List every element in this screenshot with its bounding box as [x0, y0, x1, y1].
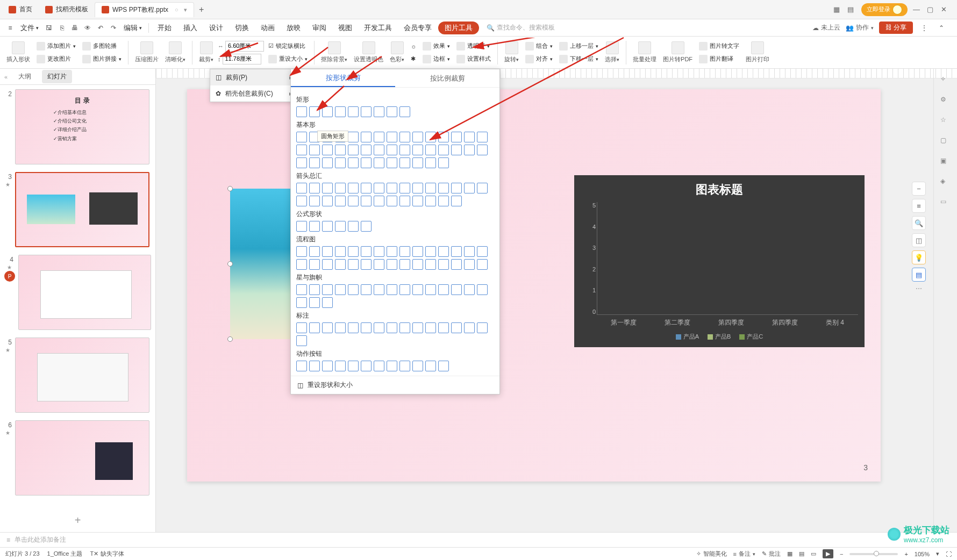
menu-start[interactable]: 开始: [152, 21, 177, 35]
shape-option[interactable]: [412, 361, 423, 371]
shape-option[interactable]: [374, 106, 384, 117]
shape-option[interactable]: [361, 183, 372, 193]
shape-option[interactable]: [425, 284, 436, 295]
slide-thumb-4[interactable]: 4★P: [4, 255, 151, 330]
menu-insert[interactable]: 插入: [178, 21, 203, 35]
ribbon-reset-size[interactable]: 重设大小▾: [266, 53, 310, 65]
shape-option[interactable]: [335, 221, 346, 232]
shape-option[interactable]: [464, 183, 475, 193]
zoom-value[interactable]: 105%: [915, 551, 930, 557]
ribbon-color[interactable]: 色彩▾: [388, 41, 406, 63]
shape-option[interactable]: [438, 132, 449, 142]
shape-option[interactable]: [309, 361, 320, 371]
login-button[interactable]: 立即登录: [861, 3, 908, 16]
shape-option[interactable]: [309, 106, 320, 117]
shape-option[interactable]: [335, 157, 346, 168]
shape-option[interactable]: [412, 132, 423, 142]
shape-option[interactable]: [387, 132, 397, 142]
slide-thumb-2[interactable]: 2 目 录✓介绍基本信息✓介绍公司文化✓详细介绍产品✓营销方案: [4, 89, 151, 164]
menu-devtools[interactable]: 开发工具: [359, 21, 397, 35]
shape-option[interactable]: [464, 246, 475, 257]
view-normal-icon[interactable]: ▦: [787, 550, 792, 557]
ribbon-transparency[interactable]: 透明度▾: [454, 40, 493, 52]
zoom-out-button[interactable]: −: [840, 551, 843, 557]
shape-option[interactable]: [348, 361, 359, 371]
shape-option[interactable]: [296, 157, 307, 168]
shape-option[interactable]: [412, 322, 423, 333]
tab-templates[interactable]: 找稻壳模板: [39, 2, 95, 17]
shape-option[interactable]: [335, 246, 346, 257]
shape-option[interactable]: [451, 259, 462, 270]
tab-slides[interactable]: 幻灯片: [42, 70, 72, 83]
ribbon-compress[interactable]: 压缩图片: [133, 41, 161, 63]
save-icon[interactable]: 🖫: [43, 22, 55, 34]
shape-option[interactable]: [322, 221, 333, 232]
shape-option[interactable]: [322, 157, 333, 168]
notes-button[interactable]: ≡备注▾: [733, 550, 755, 558]
shape-option[interactable]: [322, 196, 333, 206]
preview-icon[interactable]: 👁: [82, 22, 94, 34]
status-missing-font[interactable]: T✕缺失字体: [90, 550, 124, 558]
shape-option[interactable]: [309, 145, 320, 155]
redo-icon[interactable]: ↷: [108, 22, 119, 34]
shape-option[interactable]: [451, 246, 462, 257]
shape-option[interactable]: [361, 157, 372, 168]
more-icon[interactable]: ⋮: [918, 22, 930, 34]
shape-option[interactable]: [296, 361, 307, 371]
shape-option[interactable]: [309, 284, 320, 295]
shape-option[interactable]: [322, 297, 333, 308]
book-icon[interactable]: ▭: [940, 198, 951, 209]
shape-option[interactable]: [348, 259, 359, 270]
ribbon-border[interactable]: 边框▾: [420, 53, 452, 65]
shape-option[interactable]: [348, 106, 359, 117]
thumbnail-list[interactable]: 2 目 录✓介绍基本信息✓介绍公司文化✓详细介绍产品✓营销方案 3★ 4★P 5…: [0, 85, 155, 509]
menu-view[interactable]: 视图: [333, 21, 358, 35]
ribbon-remove-bg[interactable]: 抠除背景▾: [319, 41, 349, 63]
tab-document[interactable]: WPS PPT教程.pptx ○ ▾: [95, 2, 194, 17]
shape-option[interactable]: [477, 284, 488, 295]
shield-icon[interactable]: ◈: [940, 177, 951, 188]
shape-option[interactable]: [464, 322, 475, 333]
canvas-viewport[interactable]: 图表标题 543210 第一季度第二季度第四季度第四季度类别 4 产品A 产品B…: [166, 78, 925, 532]
shape-option[interactable]: [296, 335, 307, 346]
shape-option[interactable]: [335, 183, 346, 193]
shape-option[interactable]: [399, 196, 410, 206]
shape-option[interactable]: [387, 183, 397, 193]
shape-option[interactable]: [309, 297, 320, 308]
shape-option[interactable]: [335, 284, 346, 295]
shape-option[interactable]: [309, 221, 320, 232]
shape-option[interactable]: [412, 157, 423, 168]
ribbon-effect[interactable]: 效果▾: [420, 40, 452, 52]
more-icon[interactable]: ⋯: [912, 285, 926, 292]
ribbon-to-pdf[interactable]: 图片转PDF: [661, 41, 695, 63]
shape-option[interactable]: [387, 284, 397, 295]
shape-option[interactable]: [477, 322, 488, 333]
shape-option[interactable]: [374, 322, 384, 333]
shape-option[interactable]: [322, 259, 333, 270]
gallery-tab-ratio[interactable]: 按比例裁剪: [395, 69, 499, 87]
shape-option[interactable]: [399, 132, 410, 142]
shape-option[interactable]: [309, 246, 320, 257]
menu-transition[interactable]: 切换: [230, 21, 254, 35]
menu-member[interactable]: 会员专享: [398, 21, 437, 35]
shape-option[interactable]: [425, 157, 436, 168]
tab-home[interactable]: 首页: [2, 2, 39, 17]
zoom-thumb[interactable]: [874, 551, 879, 556]
shape-option[interactable]: [425, 196, 436, 206]
crop-menu-crop[interactable]: ◫ 裁剪(P) ▸: [210, 69, 298, 85]
slides-icon[interactable]: ▢: [940, 137, 951, 147]
shape-option[interactable]: [451, 322, 462, 333]
shape-option[interactable]: [322, 284, 333, 295]
shape-option[interactable]: [399, 157, 410, 168]
height-input[interactable]: [223, 54, 261, 64]
shape-option[interactable]: [374, 157, 384, 168]
shape-option[interactable]: [425, 132, 436, 142]
shape-option[interactable]: [374, 132, 384, 142]
shape-option[interactable]: [335, 322, 346, 333]
shape-option[interactable]: [361, 196, 372, 206]
menu-picture-tools[interactable]: 图片工具: [438, 21, 479, 34]
shape-option[interactable]: [361, 221, 372, 232]
slide-thumb-6[interactable]: 6★: [4, 420, 151, 496]
ribbon-down-layer[interactable]: 下移一层▾: [557, 53, 601, 65]
export-icon[interactable]: ⎘: [56, 22, 68, 34]
